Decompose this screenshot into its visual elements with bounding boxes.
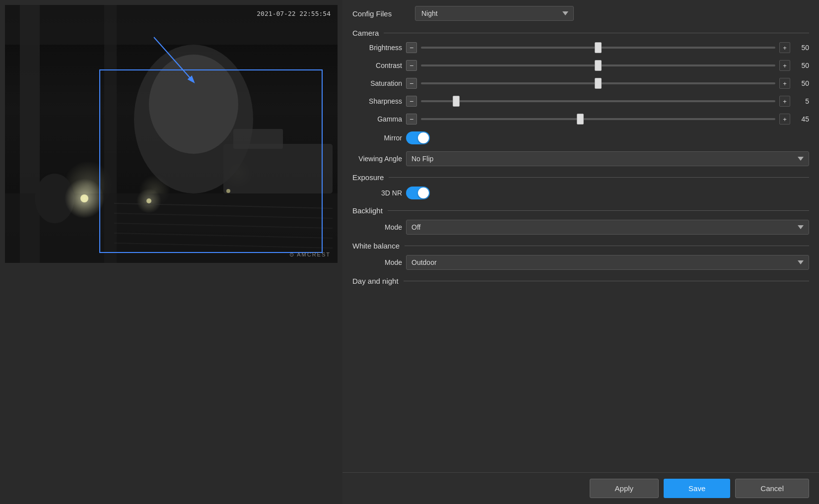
brightness-increase-button[interactable]: + — [779, 42, 790, 53]
viewing-angle-dropdown[interactable]: No Flip Flip Horizontal Flip Vertical Fl… — [406, 151, 809, 166]
backlight-section-header: Backlight — [352, 206, 809, 215]
3dnr-toggle-knob — [418, 188, 429, 198]
mirror-row: Mirror — [352, 131, 809, 144]
sharpness-row: Sharpness − + 5 — [352, 96, 809, 107]
brightness-decrease-button[interactable]: − — [406, 42, 417, 53]
brightness-row: Brightness − + 50 — [352, 42, 809, 53]
brightness-value: 50 — [794, 44, 809, 52]
gamma-decrease-button[interactable]: − — [406, 114, 417, 125]
saturation-thumb[interactable] — [595, 78, 602, 89]
gamma-row: Gamma − + 45 — [352, 114, 809, 125]
backlight-mode-dropdown[interactable]: Off BLC WDR HLC — [406, 220, 809, 235]
exposure-section-header: Exposure — [352, 173, 809, 182]
saturation-increase-button[interactable]: + — [779, 78, 790, 89]
contrast-track[interactable] — [421, 64, 775, 66]
bottom-buttons-bar: Apply Save Cancel — [342, 472, 819, 504]
sharpness-track[interactable] — [421, 100, 775, 102]
sharpness-value: 5 — [794, 97, 809, 105]
settings-panel: Config Files Night Day Auto Camera Brigh… — [342, 0, 819, 504]
gamma-thumb[interactable] — [577, 114, 584, 125]
contrast-increase-button[interactable]: + — [779, 60, 790, 71]
brightness-label: Brightness — [352, 44, 402, 52]
camera-section-line — [384, 33, 809, 33]
settings-content[interactable]: Config Files Night Day Auto Camera Brigh… — [342, 0, 819, 472]
wb-mode-row: Mode Outdoor Auto Indoor Fluorescent Sod… — [352, 255, 809, 270]
backlight-section-line — [388, 210, 809, 211]
config-files-dropdown[interactable]: Night Day Auto — [415, 6, 574, 21]
mirror-label: Mirror — [352, 134, 402, 142]
saturation-row: Saturation − + 50 — [352, 78, 809, 89]
contrast-value: 50 — [794, 62, 809, 69]
saturation-decrease-button[interactable]: − — [406, 78, 417, 89]
3dnr-label: 3D NR — [352, 189, 402, 197]
day-night-section-header: Day and night — [352, 277, 809, 285]
backlight-mode-row: Mode Off BLC WDR HLC — [352, 220, 809, 235]
saturation-value: 50 — [794, 79, 809, 87]
backlight-section-title: Backlight — [352, 206, 383, 215]
camera-panel: 2021-07-22 22:55:54 ⊙ AMCREST — [0, 0, 342, 504]
saturation-label: Saturation — [352, 79, 402, 87]
camera-section-title: Camera — [352, 29, 379, 37]
mirror-toggle-knob — [418, 132, 429, 143]
brightness-thumb[interactable] — [595, 42, 602, 53]
contrast-thumb[interactable] — [595, 60, 602, 71]
3dnr-row: 3D NR — [352, 187, 809, 199]
exposure-section-line — [389, 177, 809, 178]
sharpness-thumb[interactable] — [453, 96, 460, 107]
day-night-section-line — [404, 281, 809, 281]
svg-line-21 — [154, 37, 194, 82]
brightness-track[interactable] — [421, 47, 775, 49]
camera-feed: 2021-07-22 22:55:54 ⊙ AMCREST — [5, 5, 338, 263]
gamma-value: 45 — [794, 115, 809, 123]
sharpness-label: Sharpness — [352, 97, 402, 105]
cancel-button[interactable]: Cancel — [735, 479, 809, 498]
backlight-mode-label: Mode — [352, 223, 402, 231]
brand-logo: ⊙ AMCREST — [289, 252, 331, 258]
svg-point-13 — [65, 179, 104, 218]
sharpness-increase-button[interactable]: + — [779, 96, 790, 107]
wb-mode-dropdown[interactable]: Outdoor Auto Indoor Fluorescent Sodium L… — [406, 255, 809, 270]
wb-mode-label: Mode — [352, 258, 402, 266]
white-balance-section-title: White balance — [352, 242, 400, 250]
viewing-angle-row: Viewing Angle No Flip Flip Horizontal Fl… — [352, 151, 809, 166]
exposure-section-title: Exposure — [352, 173, 384, 182]
day-night-section-title: Day and night — [352, 277, 399, 285]
contrast-label: Contrast — [352, 62, 402, 69]
camera-timestamp: 2021-07-22 22:55:54 — [257, 10, 331, 17]
camera-section-header: Camera — [352, 29, 809, 37]
white-balance-section-line — [405, 246, 809, 246]
gamma-track[interactable] — [421, 118, 775, 120]
apply-button[interactable]: Apply — [590, 479, 659, 498]
config-files-label: Config Files — [352, 9, 407, 18]
saturation-track[interactable] — [421, 82, 775, 84]
contrast-decrease-button[interactable]: − — [406, 60, 417, 71]
mirror-toggle[interactable] — [406, 131, 430, 144]
contrast-row: Contrast − + 50 — [352, 60, 809, 71]
gamma-increase-button[interactable]: + — [779, 114, 790, 125]
selection-rectangle — [99, 69, 323, 253]
config-files-row: Config Files Night Day Auto — [352, 6, 809, 21]
viewing-angle-label: Viewing Angle — [352, 155, 402, 163]
3dnr-toggle[interactable] — [406, 187, 430, 199]
selection-arrow — [149, 32, 213, 92]
white-balance-section-header: White balance — [352, 242, 809, 250]
gamma-label: Gamma — [352, 115, 402, 123]
sharpness-decrease-button[interactable]: − — [406, 96, 417, 107]
save-button[interactable]: Save — [664, 479, 730, 498]
